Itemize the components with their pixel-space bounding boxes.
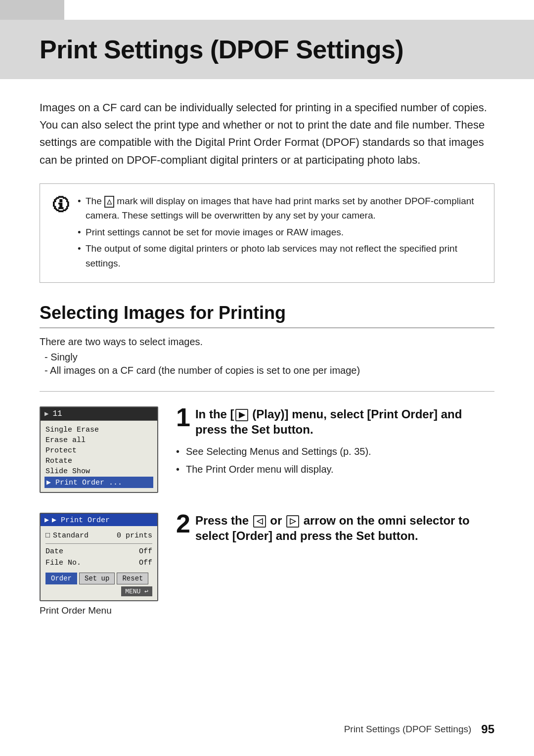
steps-area: ▶ 11 Single Erase Erase all Protect Rota…	[40, 406, 494, 616]
screen2-date-label: Date	[45, 547, 63, 556]
step1-bullets: See Selecting Menus and Settings (p. 35)…	[176, 444, 494, 477]
camera-screen-2: ▶ ▶ Print Order □ Standard 0 prints	[40, 513, 158, 601]
step1-number: 1	[176, 406, 190, 430]
play-icon-inline: ▶	[235, 409, 248, 421]
menu-return-button[interactable]: MENU ↩	[121, 586, 152, 596]
screen2-bottom: MENU ↩	[45, 586, 152, 596]
page-container: Print Settings (DPOF Settings) Images on…	[0, 0, 534, 756]
order-button[interactable]: Order	[45, 573, 77, 584]
content-area: Print Settings (DPOF Settings) Images on…	[0, 0, 534, 646]
warning-bullet-1: The △ mark will display on images that h…	[78, 194, 482, 223]
warning-bullet-3: The output of some digital printers or p…	[78, 241, 482, 270]
screen2-buttons: Order Set up Reset	[45, 573, 152, 584]
step2-heading-wrap: 2 Press the ◁ or ▷ arrow on the omni sel…	[176, 513, 494, 550]
screen2-date-value: Off	[139, 547, 152, 556]
screen2-fileno-value: Off	[139, 559, 152, 567]
section-heading: Selecting Images for Printing	[40, 303, 494, 328]
screen2-header-label: ▶ Print Order	[52, 515, 110, 525]
warning-box: 🛈 The △ mark will display on images that…	[40, 183, 494, 283]
step1-text: In the [▶ (Play)] menu, select [Print Or…	[176, 406, 494, 437]
step1-content: 1 In the [▶ (Play)] menu, select [Print …	[176, 406, 494, 480]
warning-bullet-2: Print settings cannot be set for movie i…	[78, 225, 482, 239]
page-footer: Print Settings (DPOF Settings) 95	[0, 722, 534, 736]
page-title: Print Settings (DPOF Settings)	[40, 35, 494, 64]
print-order-icon: ▶	[44, 515, 49, 525]
right-arrow-icon: ▷	[286, 515, 299, 528]
play-icon: ▶	[44, 409, 48, 418]
screen1-header: ▶ 11	[41, 407, 157, 421]
divider	[40, 391, 494, 392]
section-intro: There are two ways to select images.	[40, 336, 494, 348]
warning-icon: 🛈	[52, 195, 70, 216]
step2-text: Press the ◁ or ▷ arrow on the omni selec…	[176, 513, 494, 543]
screen2-row-date: Date Off	[45, 546, 152, 557]
setup-button[interactable]: Set up	[79, 573, 115, 584]
step1-bullet-1: See Selecting Menus and Settings (p. 35)…	[176, 444, 494, 459]
screen2-divider	[45, 543, 152, 544]
title-section: Print Settings (DPOF Settings)	[0, 20, 534, 79]
step2-number: 2	[176, 513, 190, 536]
section-list-item-2: - All images on a CF card (the number of…	[44, 365, 494, 376]
screen2-body: □ Standard 0 prints Date Off	[41, 526, 157, 600]
step2-content: 2 Press the ◁ or ▷ arrow on the omni sel…	[176, 513, 494, 550]
standard-checkbox-icon: □	[45, 532, 50, 540]
screen2-row-standard: □ Standard 0 prints	[45, 530, 152, 541]
step1-heading-wrap: 1 In the [▶ (Play)] menu, select [Print …	[176, 406, 494, 444]
camera-screen-1: ▶ 11 Single Erase Erase all Protect Rota…	[40, 406, 158, 493]
intro-text: Images on a CF card can be individually …	[40, 99, 494, 169]
menu-item-single-erase: Single Erase	[45, 425, 152, 435]
reset-button[interactable]: Reset	[117, 573, 148, 584]
menu-item-rotate: Rotate	[45, 456, 152, 466]
footer-page: 95	[481, 722, 494, 736]
screen2-standard-value: 0 prints	[117, 532, 152, 540]
screen1-header-num: 11	[52, 409, 62, 418]
warning-content: The △ mark will display on images that h…	[78, 194, 482, 272]
screen1-body: Single Erase Erase all Protect Rotate Sl…	[41, 421, 157, 492]
screen2-fileno-label: File No.	[45, 559, 81, 567]
menu-item-protect: Protect	[45, 445, 152, 456]
screen2-label: Print Order Menu	[40, 605, 112, 616]
section-list: - Singly - All images on a CF card (the …	[40, 352, 494, 376]
screen2-header: ▶ ▶ Print Order	[41, 514, 157, 526]
left-arrow-icon: ◁	[253, 515, 266, 528]
footer-text: Print Settings (DPOF Settings)	[344, 724, 472, 735]
menu-item-erase-all: Erase all	[45, 435, 152, 445]
step1-bullet-2: The Print Order menu will display.	[176, 462, 494, 477]
screen2-standard-label: □ Standard	[45, 532, 89, 540]
step2-row: ▶ ▶ Print Order □ Standard 0 prints	[40, 513, 494, 616]
screen2-row-fileno: File No. Off	[45, 557, 152, 569]
menu-item-print-order: ▶ Print Order ...	[44, 477, 153, 488]
step1-row: ▶ 11 Single Erase Erase all Protect Rota…	[40, 406, 494, 493]
menu-item-slide-show: Slide Show	[45, 466, 152, 477]
section-list-item-1: - Singly	[44, 352, 494, 363]
